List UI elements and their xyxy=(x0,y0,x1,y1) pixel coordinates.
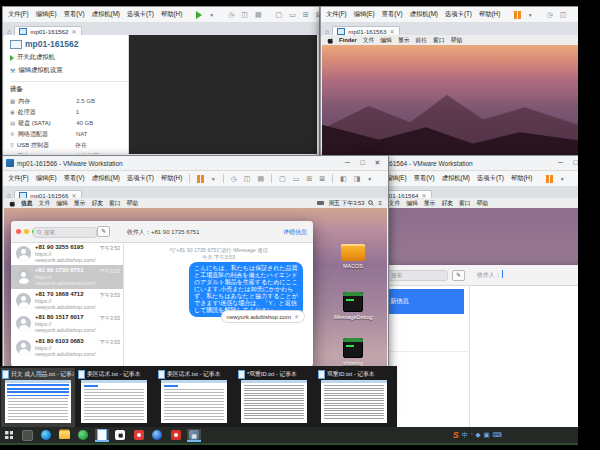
menu-edit[interactable]: 编辑(E) xyxy=(354,10,375,19)
mac-menu-buddies[interactable]: 好友 xyxy=(441,199,453,208)
mac-menu-help[interactable]: 帮助 xyxy=(451,36,463,45)
notification-center-icon[interactable]: ≡ xyxy=(378,200,382,206)
clone-icon[interactable]: ◫ xyxy=(244,175,251,183)
minimize-traffic-light[interactable] xyxy=(24,229,29,234)
power-dropdown-icon[interactable]: ▼ xyxy=(560,176,565,182)
conversation-row-selected[interactable]: +81 90 1735 6751 下午3:53 https:// newyork… xyxy=(11,265,123,288)
menu-edit[interactable]: 编辑(E) xyxy=(36,10,57,19)
mac-menu-file[interactable]: 文件 xyxy=(389,199,401,208)
mac-menu-edit[interactable]: 编辑 xyxy=(56,199,68,208)
menu-view[interactable]: 查看(V) xyxy=(64,174,85,183)
menu-file[interactable]: 文件(F) xyxy=(8,174,29,183)
console-icon[interactable]: ▭ xyxy=(293,175,300,183)
search-input[interactable]: 搜索 xyxy=(380,270,448,281)
fullscreen-icon[interactable]: ⊞ xyxy=(303,11,309,19)
window-titlebar[interactable]: mp01-161564 - VMware Workstation ─ □ ✕ xyxy=(353,156,600,171)
mac-menu-edit[interactable]: 编辑 xyxy=(406,199,418,208)
mac-menu-window[interactable]: 窗口 xyxy=(109,199,121,208)
pause-icon[interactable] xyxy=(514,11,521,19)
menu-tabs[interactable]: 选项卡(T) xyxy=(127,174,154,183)
details-button[interactable]: 详细信息 xyxy=(283,228,307,237)
clone-icon[interactable]: ◫ xyxy=(241,11,248,19)
fullscreen-icon[interactable]: ⊞ xyxy=(306,175,312,183)
mac-menu-window[interactable]: 窗口 xyxy=(433,36,445,45)
mac-menu-view[interactable]: 显示 xyxy=(424,199,436,208)
vmware-button[interactable]: ▦ xyxy=(187,429,201,442)
snapshot-icon[interactable]: ◷ xyxy=(228,11,234,19)
conversation-row[interactable]: +81 80 6103 0683 下午3:53 https:// newyork… xyxy=(11,336,123,359)
power-dropdown-icon[interactable]: ▼ xyxy=(211,176,216,182)
ime-punctuation-icon[interactable]: ' xyxy=(471,432,472,439)
maximize-button[interactable]: □ xyxy=(355,156,370,170)
mac-menu-edit[interactable]: 编辑 xyxy=(380,36,392,45)
library-icon[interactable]: ◧ xyxy=(340,175,347,183)
thumbnail-bar-icon[interactable]: ◨ xyxy=(354,175,361,183)
blue-browser-button[interactable] xyxy=(150,429,164,442)
link-preview-bubble[interactable]: newyork.adultishop.com ✳ xyxy=(221,310,305,323)
spotlight-icon[interactable] xyxy=(368,200,374,206)
mac-menu-help[interactable]: 帮助 xyxy=(127,199,139,208)
settings-icon[interactable]: ▤ xyxy=(257,175,264,183)
power-dropdown-icon[interactable]: ▼ xyxy=(528,12,533,18)
home-tab-icon[interactable]: ⌂ xyxy=(7,28,11,35)
start-button[interactable] xyxy=(2,429,16,442)
menu-view[interactable]: 查看(V) xyxy=(382,10,403,19)
red-app-button[interactable] xyxy=(132,429,146,442)
desktop-icon-macos[interactable]: MACOS xyxy=(330,244,376,269)
exit-fullscreen-icon[interactable]: ⊠ xyxy=(319,175,325,183)
conversation-row[interactable]: +81 70 1668 4712 下午3:53 https:// newyork… xyxy=(11,289,123,312)
tab-close-icon[interactable]: ✕ xyxy=(71,28,76,35)
truck-status-icon[interactable] xyxy=(317,201,324,205)
notepad-preview[interactable]: *双重ID.txt - 记事本 xyxy=(237,368,311,427)
close-traffic-light[interactable] xyxy=(16,229,21,234)
tab-close-icon[interactable]: ✕ xyxy=(389,28,394,35)
mac-menu-view[interactable]: 显示 xyxy=(74,199,86,208)
mac-menu-go[interactable]: 前往 xyxy=(416,36,428,45)
window-titlebar[interactable]: mp01-161566 - VMware Workstation ─ □ ✕ xyxy=(3,156,388,171)
pause-icon[interactable] xyxy=(197,175,204,183)
desktop-icon-showlog[interactable]: showlog xyxy=(330,338,376,366)
minimize-button[interactable]: ─ xyxy=(340,156,355,170)
green-app-button[interactable] xyxy=(76,429,90,442)
ime-language-icon[interactable]: 中 xyxy=(462,431,469,440)
unity-icon[interactable]: ▢ xyxy=(279,175,286,183)
red-app-2-button[interactable] xyxy=(169,429,183,442)
menu-edit[interactable]: 编辑(E) xyxy=(36,174,57,183)
notepad-preview[interactable]: 日文 成人用品.txt - 记事本 ✕ xyxy=(1,368,75,427)
search-input[interactable]: 搜索 xyxy=(33,227,97,238)
notepad-preview[interactable]: 美区话术.txt - 记事本 xyxy=(157,368,231,427)
menu-tabs[interactable]: 选项卡(T) xyxy=(445,10,472,19)
settings-icon[interactable]: ▤ xyxy=(255,11,262,19)
mac-menu-file[interactable]: 文件 xyxy=(363,36,375,45)
unity-icon[interactable]: ▢ xyxy=(276,11,283,19)
power-on-link[interactable]: 开关此虚拟机 xyxy=(10,53,128,62)
clone-icon[interactable]: ◫ xyxy=(560,11,567,19)
home-tab-icon[interactable]: ⌂ xyxy=(325,28,329,35)
file-explorer-button[interactable] xyxy=(58,429,72,442)
ime-handwrite-icon[interactable]: ▣ xyxy=(483,431,489,439)
conversation-row[interactable]: +81 90 3255 6195 下午3:53 https:// newyork… xyxy=(11,242,123,265)
mac-menu-window[interactable]: 窗口 xyxy=(459,199,471,208)
menu-vm[interactable]: 虚拟机(M) xyxy=(442,174,470,183)
mac-menu-help[interactable]: 帮助 xyxy=(477,199,489,208)
menu-help[interactable]: 帮助(H) xyxy=(479,10,500,19)
messages-menu[interactable]: 信息 xyxy=(21,199,33,208)
edit-settings-link[interactable]: ⚒ 编辑虚拟机设置 xyxy=(10,66,128,75)
compose-button[interactable]: ✎ xyxy=(452,270,465,281)
power-dropdown-icon[interactable]: ▼ xyxy=(209,12,214,18)
menu-help[interactable]: 帮助(H) xyxy=(161,10,182,19)
exit-fullscreen-icon[interactable]: ⊠ xyxy=(316,11,319,19)
ime-voice-icon[interactable]: ◆ xyxy=(475,431,480,439)
menu-file[interactable]: 文件(F) xyxy=(8,10,29,19)
menu-help[interactable]: 帮助(H) xyxy=(161,174,182,183)
desktop-icon-imessagedebug[interactable]: iMessageDebug xyxy=(330,292,376,320)
menu-help[interactable]: 帮助(H) xyxy=(511,174,532,183)
menu-tabs[interactable]: 选项卡(T) xyxy=(127,10,154,19)
compose-button[interactable]: ✎ xyxy=(97,226,110,237)
edge-button[interactable] xyxy=(39,429,53,442)
conversation-row[interactable]: +81 80 1517 6017 下午3:53 https:// newyork… xyxy=(11,312,123,335)
snapshot-icon[interactable]: ◷ xyxy=(547,11,553,19)
power-on-icon[interactable] xyxy=(196,11,202,19)
mac-menu-buddies[interactable]: 好友 xyxy=(91,199,103,208)
finder-menu[interactable]: Finder xyxy=(339,37,357,43)
